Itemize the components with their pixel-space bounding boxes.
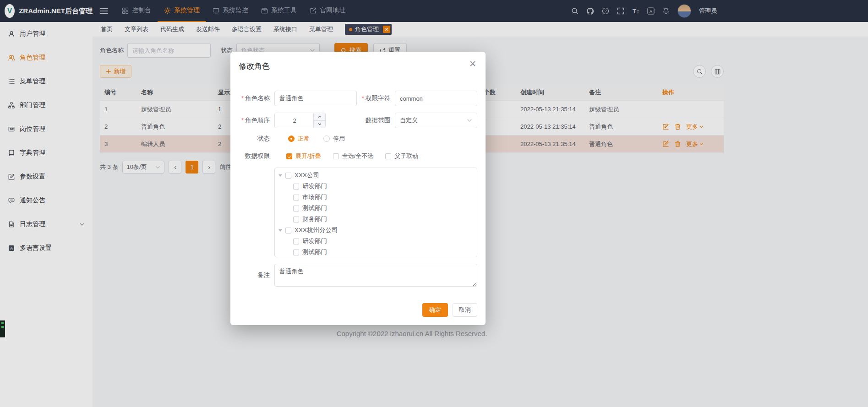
remark-textarea[interactable]: 普通角色: [274, 264, 477, 287]
expand-collapse-checkbox[interactable]: 展开/折叠: [286, 152, 321, 160]
permission-tree: XXX公司 研发部门 市场部门 测试部门 财务部门 XXX杭州分公司: [274, 168, 477, 257]
checkbox-icon[interactable]: [293, 195, 299, 201]
chevron-down-icon: [467, 118, 472, 123]
status-label: 状态: [239, 135, 270, 143]
tree-node[interactable]: XXX杭州分公司: [275, 225, 477, 236]
checkbox-icon: [385, 153, 391, 159]
perm-char-label: 权限字符: [361, 94, 390, 103]
select-all-checkbox[interactable]: 全选/全不选: [333, 152, 374, 160]
tree-node[interactable]: 研发部门: [275, 236, 477, 247]
checkbox-icon[interactable]: [285, 228, 291, 233]
perm-char-field[interactable]: [395, 91, 477, 106]
decrement-icon[interactable]: [314, 121, 325, 128]
tree-node[interactable]: 市场部门: [275, 192, 477, 203]
radio-icon: [288, 136, 295, 142]
dialog-title: 修改角色: [239, 61, 477, 71]
corner-widget: [0, 320, 5, 337]
role-order-input[interactable]: [275, 113, 314, 128]
checkbox-icon[interactable]: [285, 173, 291, 179]
radio-icon: [323, 136, 330, 142]
tree-node[interactable]: 研发部门: [275, 181, 477, 192]
checkbox-icon: [286, 153, 292, 159]
cancel-button[interactable]: 取消: [453, 303, 477, 317]
tree-node[interactable]: 财务部门: [275, 214, 477, 225]
tree-node[interactable]: 测试部门: [275, 203, 477, 214]
data-scope-select[interactable]: 自定义: [395, 113, 477, 128]
increment-icon[interactable]: [314, 113, 325, 121]
checkbox-icon[interactable]: [293, 239, 299, 244]
close-icon[interactable]: ✕: [469, 60, 476, 68]
caret-down-icon[interactable]: [278, 174, 282, 177]
confirm-button[interactable]: 确定: [422, 303, 448, 317]
status-radio-disabled[interactable]: 停用: [323, 135, 345, 143]
status-radio-normal[interactable]: 正常: [288, 135, 310, 143]
remark-label: 备注: [239, 271, 270, 279]
role-name-label: 角色名称: [239, 94, 270, 103]
checkbox-icon[interactable]: [293, 250, 299, 255]
role-name-field[interactable]: [274, 91, 357, 106]
checkbox-icon[interactable]: [293, 206, 299, 212]
edit-role-dialog: 修改角色 ✕ 角色名称 权限字符 角色顺序 数据范围 自定义: [230, 52, 486, 325]
role-order-label: 角色顺序: [239, 116, 270, 125]
checkbox-icon[interactable]: [293, 184, 299, 190]
parent-child-link-checkbox[interactable]: 父子联动: [385, 152, 418, 160]
caret-down-icon[interactable]: [278, 229, 282, 232]
checkbox-icon: [333, 153, 339, 159]
data-scope-label: 数据范围: [361, 116, 390, 125]
tree-node[interactable]: 测试部门: [275, 247, 477, 257]
checkbox-icon[interactable]: [293, 217, 299, 222]
data-perm-label: 数据权限: [239, 152, 270, 160]
tree-node[interactable]: XXX公司: [275, 170, 477, 181]
role-order-stepper[interactable]: [274, 113, 326, 128]
